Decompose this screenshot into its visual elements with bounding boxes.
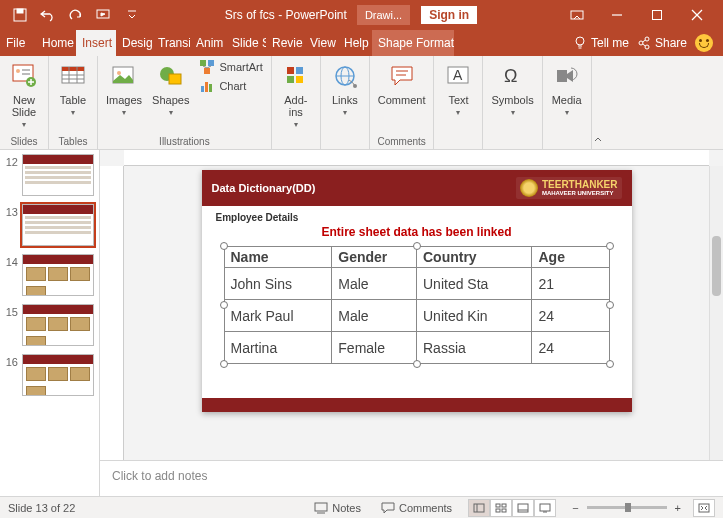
slide-sorter-button[interactable] [490, 499, 512, 517]
redo-icon[interactable] [64, 3, 88, 27]
resize-handle[interactable] [220, 360, 228, 368]
share-button[interactable]: Share [637, 36, 687, 50]
tell-me[interactable]: Tell me [573, 36, 629, 50]
maximize-icon[interactable] [639, 1, 675, 29]
svg-rect-67 [699, 504, 709, 512]
sign-in-button[interactable]: Sign in [420, 5, 478, 25]
feedback-smiley-icon[interactable] [695, 34, 713, 52]
table-label: Table [60, 94, 86, 106]
qat-customize-icon[interactable] [120, 3, 144, 27]
slide-counter[interactable]: Slide 13 of 22 [8, 502, 75, 514]
resize-handle[interactable] [606, 301, 614, 309]
thumbnail-slide[interactable] [22, 354, 94, 396]
links-icon [329, 60, 361, 92]
shapes-button[interactable]: Shapes ▾ [150, 58, 191, 119]
svg-rect-44 [296, 76, 303, 83]
reading-view-button[interactable] [512, 499, 534, 517]
view-buttons [468, 499, 556, 517]
new-slide-button[interactable]: New Slide ▾ [6, 58, 42, 131]
slide[interactable]: Data Dictionary(DD) TEERTHANKER MAHAVEER… [202, 170, 632, 412]
undo-icon[interactable] [36, 3, 60, 27]
selected-object[interactable]: NameGenderCountryAge John SinsMaleUnited… [224, 246, 610, 364]
tab-insert[interactable]: Insert [76, 30, 116, 56]
resize-handle[interactable] [606, 242, 614, 250]
new-slide-label: New Slide [12, 94, 36, 118]
thumbnail-number: 12 [2, 154, 18, 168]
tab-home[interactable]: Home [36, 30, 76, 56]
zoom-slider-thumb[interactable] [625, 503, 631, 512]
comment-label: Comment [378, 94, 426, 106]
thumbnail-row[interactable]: 12 [2, 154, 97, 196]
tab-animations[interactable]: Anim [190, 30, 226, 56]
minimize-icon[interactable] [599, 1, 635, 29]
thumbnail-slide[interactable] [22, 154, 94, 196]
thumbnail-row[interactable]: 16 [2, 354, 97, 396]
vertical-scrollbar[interactable] [709, 166, 723, 460]
thumbnail-slide[interactable] [22, 254, 94, 296]
symbols-button[interactable]: Ω Symbols ▾ [489, 58, 535, 119]
tab-review[interactable]: Revie [266, 30, 304, 56]
scrollbar-thumb[interactable] [712, 236, 721, 296]
tab-design[interactable]: Desig [116, 30, 152, 56]
media-icon [551, 60, 583, 92]
tab-file[interactable]: File [0, 30, 36, 56]
normal-view-button[interactable] [468, 499, 490, 517]
text-button[interactable]: A Text ▾ [440, 58, 476, 119]
save-icon[interactable] [8, 3, 32, 27]
table-cell: United Sta [416, 268, 532, 300]
notes-toggle[interactable]: Notes [310, 502, 365, 514]
collapse-ribbon-icon[interactable] [591, 56, 605, 149]
start-from-beginning-icon[interactable] [92, 3, 116, 27]
group-tables: Table ▾ Tables [49, 56, 98, 149]
group-label-illustrations: Illustrations [104, 135, 265, 149]
zoom-slider[interactable] [587, 506, 667, 509]
thumbnail-slide[interactable] [22, 304, 94, 346]
svg-rect-43 [287, 76, 294, 83]
tab-shape-format[interactable]: Shape Format [372, 30, 454, 56]
chevron-down-icon: ▾ [565, 108, 569, 117]
comment-button[interactable]: Comment [376, 58, 428, 108]
tab-slideshow[interactable]: Slide S [226, 30, 266, 56]
fit-to-window-button[interactable] [693, 499, 715, 517]
thumbnail-slide[interactable] [22, 204, 94, 246]
links-button[interactable]: Links ▾ [327, 58, 363, 119]
comments-toggle[interactable]: Comments [377, 502, 456, 514]
resize-handle[interactable] [413, 360, 421, 368]
zoom-out-button[interactable]: − [568, 502, 582, 514]
zoom-in-button[interactable]: + [671, 502, 685, 514]
notes-placeholder: Click to add notes [112, 469, 207, 483]
addins-button[interactable]: Add- ins ▾ [278, 58, 314, 131]
slide-title: Data Dictionary(DD) [212, 182, 316, 194]
quick-access-toolbar [0, 3, 144, 27]
images-button[interactable]: Images ▾ [104, 58, 144, 119]
tab-help[interactable]: Help [338, 30, 372, 56]
resize-handle[interactable] [413, 242, 421, 250]
window-controls [559, 1, 723, 29]
notes-pane[interactable]: Click to add notes [100, 460, 723, 496]
svg-rect-32 [169, 74, 181, 84]
resize-handle[interactable] [220, 242, 228, 250]
chevron-down-icon: ▾ [456, 108, 460, 117]
table-button[interactable]: Table ▾ [55, 58, 91, 119]
resize-handle[interactable] [220, 301, 228, 309]
slide-canvas[interactable]: Data Dictionary(DD) TEERTHANKER MAHAVEER… [100, 150, 723, 460]
tab-view[interactable]: View [304, 30, 338, 56]
slide-thumbnails-panel[interactable]: 1213141516 [0, 150, 100, 496]
smartart-button[interactable]: SmartArt [197, 58, 264, 76]
svg-text:A: A [453, 67, 463, 83]
svg-rect-33 [200, 60, 206, 66]
chart-button[interactable]: Chart [197, 77, 264, 95]
thumbnail-row[interactable]: 14 [2, 254, 97, 296]
tab-transitions[interactable]: Transi [152, 30, 190, 56]
thumbnail-row[interactable]: 13 [2, 204, 97, 246]
close-icon[interactable] [679, 1, 715, 29]
svg-point-30 [117, 71, 121, 75]
title-bar: Srs of fcs - PowerPoint Drawi... Sign in [0, 0, 723, 30]
resize-handle[interactable] [606, 360, 614, 368]
ribbon-options-icon[interactable] [559, 1, 595, 29]
text-label: Text [448, 94, 468, 106]
employee-table: NameGenderCountryAge John SinsMaleUnited… [224, 246, 610, 364]
media-button[interactable]: Media ▾ [549, 58, 585, 119]
slideshow-view-button[interactable] [534, 499, 556, 517]
thumbnail-row[interactable]: 15 [2, 304, 97, 346]
